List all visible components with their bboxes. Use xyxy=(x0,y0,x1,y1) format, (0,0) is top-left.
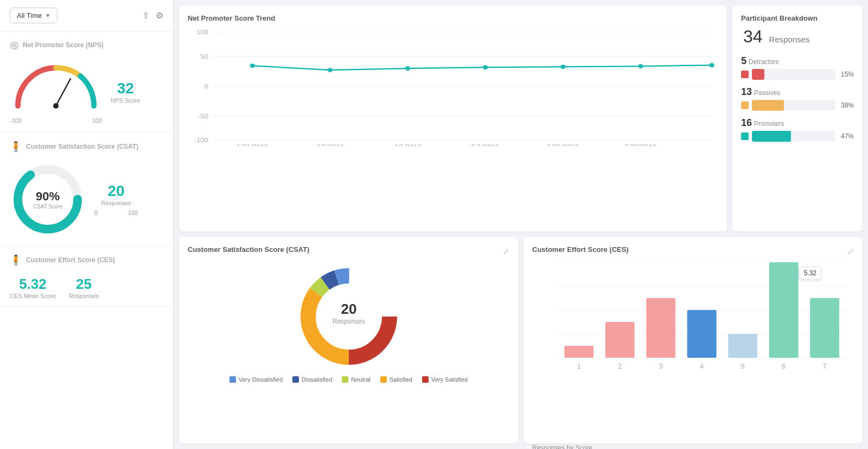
csat-percentage: 90% xyxy=(33,189,63,204)
csat-gauge-container: 90% CSAT Score 20 Responses 0 100 xyxy=(10,158,163,241)
csat-donut-center: 90% CSAT Score xyxy=(33,189,63,210)
nps-trend-card: Net Promoter Score Trend 100 50 0 -50 -1… xyxy=(179,5,727,231)
promoters-dot xyxy=(741,132,749,140)
sidebar: All Time ▼ ⇧ ⚙ ◎ Net Promoter Score (NPS… xyxy=(0,0,174,449)
svg-text:0: 0 xyxy=(205,83,209,90)
svg-rect-46 xyxy=(810,298,839,358)
svg-text:3/2/2019: 3/2/2019 xyxy=(316,143,344,146)
svg-point-20 xyxy=(709,63,714,67)
csat-gauge-range: 0 100 xyxy=(94,210,138,216)
ces-bar-svg: 1 2 3 4 5 6 7 xyxy=(532,262,854,382)
ces-scores: 5.32 CES Mean Score 25 Responses xyxy=(10,271,163,301)
svg-rect-45 xyxy=(769,262,799,358)
svg-rect-40 xyxy=(564,346,593,358)
csat-legend: Very Dissatisfied Dissatisfied Neutral S… xyxy=(229,376,468,383)
ces-section: 🧍 Customer Effort Score (CES) 5.32 CES M… xyxy=(0,246,173,307)
ces-mean-label: CES Mean Score xyxy=(10,293,56,299)
nps-score-block: 32 NPS Score xyxy=(111,80,140,104)
chevron-down-icon: ▼ xyxy=(45,12,50,18)
csat-chart-card: Customer Satisfaction Score (CSAT) ⤢ xyxy=(179,237,518,444)
csat-donut: 90% CSAT Score xyxy=(10,161,86,237)
svg-text:5: 5 xyxy=(741,363,745,370)
svg-rect-44 xyxy=(728,334,757,358)
passives-dot xyxy=(741,102,749,109)
legend-neutral: Neutral xyxy=(342,376,370,383)
svg-text:5/1/2019: 5/1/2019 xyxy=(471,143,499,146)
participant-total: 34 Responses xyxy=(741,27,854,47)
detractors-dot xyxy=(741,71,749,78)
bottom-row: Customer Satisfaction Score (CSAT) ⤢ xyxy=(179,237,863,444)
ces-responses: 25 xyxy=(69,276,99,293)
svg-text:50: 50 xyxy=(201,53,209,60)
time-filter-label: All Time xyxy=(17,11,42,20)
header-actions: ⇧ ⚙ xyxy=(142,10,163,21)
ces-mean-block: 5.32 CES Mean Score xyxy=(10,276,56,299)
ces-section-title: 🧍 Customer Effort Score (CES) xyxy=(10,254,163,266)
nps-section-title: ◎ Net Promoter Score (NPS) xyxy=(10,39,163,51)
svg-rect-41 xyxy=(605,322,635,358)
time-filter-dropdown[interactable]: All Time ▼ xyxy=(10,8,58,23)
svg-text:4/1/2019: 4/1/2019 xyxy=(394,143,422,146)
svg-text:3: 3 xyxy=(659,363,663,370)
sidebar-header: All Time ▼ ⇧ ⚙ xyxy=(0,0,173,31)
nps-gauge-range: -100 100 xyxy=(10,117,102,124)
csat-card-header: Customer Satisfaction Score (CSAT) ⤢ xyxy=(188,245,509,258)
top-row: Net Promoter Score Trend 100 50 0 -50 -1… xyxy=(179,5,863,231)
promoters-bar xyxy=(752,131,835,142)
svg-point-15 xyxy=(328,68,333,72)
svg-text:1/31/2019: 1/31/2019 xyxy=(237,143,269,146)
participant-breakdown-card: Participant Breakdown 34 Responses 5 Det… xyxy=(732,5,863,231)
ces-mean-score: 5.32 xyxy=(10,276,56,293)
nps-gauge: -100 100 xyxy=(10,60,102,124)
svg-point-14 xyxy=(250,64,255,68)
legend-very-dissatisfied: Very Dissatisfied xyxy=(229,376,283,383)
nps-section: ◎ Net Promoter Score (NPS) -10 xyxy=(0,31,173,133)
main-content: Net Promoter Score Trend 100 50 0 -50 -1… xyxy=(174,0,868,449)
svg-text:Responses: Responses xyxy=(332,318,365,325)
detractors-row: 5 Detractors 15% xyxy=(741,55,854,80)
csat-chart-title: Customer Satisfaction Score (CSAT) xyxy=(188,245,309,254)
csat-body: 20 Responses Very Dissatisfied Dissatisf… xyxy=(188,262,509,383)
ces-chart-title: Customer Effort Score (CES) xyxy=(532,245,629,254)
ces-body: 5.32 xyxy=(532,262,854,449)
svg-point-19 xyxy=(638,64,643,68)
participant-breakdown-title: Participant Breakdown xyxy=(741,14,854,22)
svg-text:100: 100 xyxy=(196,29,208,36)
svg-text:6/30/2019: 6/30/2019 xyxy=(625,143,657,146)
csat-section: 🧍 Customer Satisfaction Score (CSAT) 90%… xyxy=(0,133,173,246)
csat-score-label: CSAT Score xyxy=(33,204,63,210)
svg-point-16 xyxy=(405,66,411,71)
svg-text:1: 1 xyxy=(577,363,581,370)
settings-icon[interactable]: ⚙ xyxy=(156,10,163,21)
nps-score: 32 xyxy=(111,80,140,97)
nps-gauge-container: -100 100 32 NPS Score xyxy=(10,56,163,127)
ces-bar-card: Customer Effort Score (CES) ⤢ 5.32 xyxy=(524,237,863,444)
svg-rect-43 xyxy=(687,310,717,358)
svg-rect-42 xyxy=(646,298,675,358)
ces-expand-icon[interactable]: ⤢ xyxy=(847,247,854,256)
svg-text:6: 6 xyxy=(782,363,786,370)
svg-text:2: 2 xyxy=(618,363,622,370)
svg-text:-50: -50 xyxy=(198,113,208,120)
nps-score-label: NPS Score xyxy=(111,97,140,104)
share-icon[interactable]: ⇧ xyxy=(142,10,149,21)
svg-point-17 xyxy=(483,65,488,69)
ces-icon: 🧍 xyxy=(10,254,22,266)
csat-expand-icon[interactable]: ⤢ xyxy=(503,247,509,256)
passives-bar xyxy=(752,100,835,111)
svg-text:20: 20 xyxy=(341,301,356,317)
csat-donut-chart: 20 Responses xyxy=(295,262,403,371)
ces-chart-area: 5.32 xyxy=(532,262,854,442)
legend-satisfied: Satisfied xyxy=(380,376,412,383)
nps-icon: ◎ xyxy=(10,39,18,51)
csat-score-block: 20 Responses 0 100 xyxy=(94,182,138,216)
passives-row: 13 Passives 38% xyxy=(741,86,854,111)
csat-icon: 🧍 xyxy=(10,141,22,153)
svg-point-1 xyxy=(53,103,59,109)
ces-card-header: Customer Effort Score (CES) ⤢ xyxy=(532,245,854,258)
legend-very-satisfied: Very Satisfied xyxy=(422,376,468,383)
svg-text:4: 4 xyxy=(700,363,704,370)
promoters-row: 16 Promoters 47% xyxy=(741,117,854,142)
nps-trend-chart: 100 50 0 -50 -100 1/31/2019 3/2/2019 4/1… xyxy=(188,27,718,146)
ces-responses-block: 25 Responses xyxy=(69,276,99,299)
